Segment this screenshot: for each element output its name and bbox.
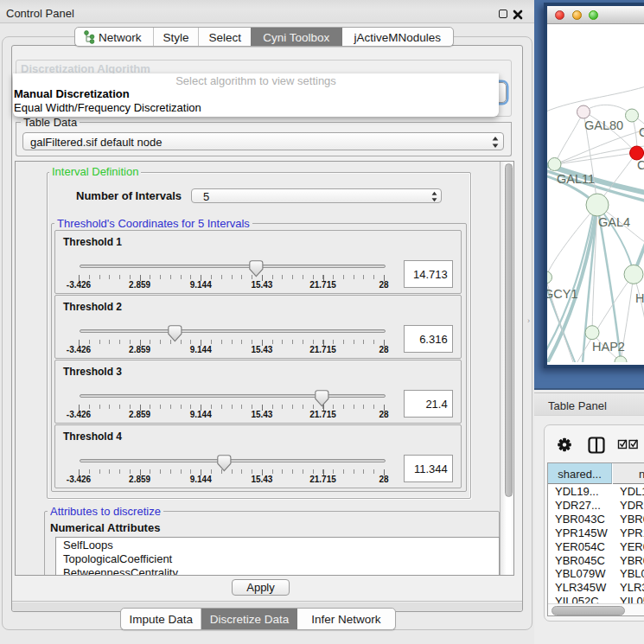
svg-text:GAL11: GAL11 (557, 172, 595, 186)
svg-text:GAL80: GAL80 (584, 118, 623, 132)
svg-text:GA: GA (639, 125, 644, 139)
svg-text:H: H (635, 291, 644, 305)
svg-text:C: C (637, 158, 644, 172)
svg-text:GAL4: GAL4 (598, 215, 630, 229)
svg-text:HAP2: HAP2 (592, 340, 625, 354)
svg-text:GCY1: GCY1 (547, 287, 578, 301)
